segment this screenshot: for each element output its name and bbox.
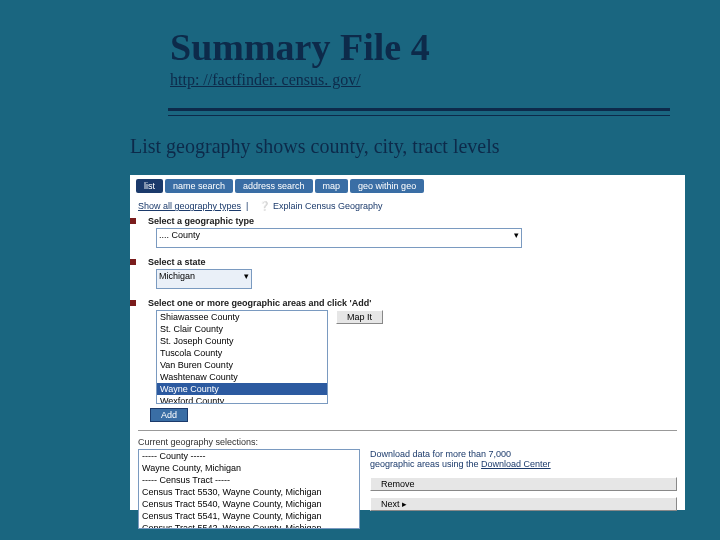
download-note: Download data for more than 7,000 geogra…: [370, 449, 677, 469]
list-item[interactable]: Washtenaw County: [157, 371, 327, 383]
toolbar-links: Show all geography types | ❔ Explain Cen…: [130, 197, 685, 213]
state-select[interactable]: Michigan ▾: [156, 269, 252, 289]
help-icon[interactable]: ❔ Explain Census Geography: [259, 201, 382, 211]
map-it-button[interactable]: Map It: [336, 310, 383, 324]
divider: [138, 430, 677, 431]
tab-list[interactable]: list: [136, 179, 163, 193]
list-item[interactable]: Van Buren County: [157, 359, 327, 371]
selections-listbox[interactable]: ----- County -----Wayne County, Michigan…: [138, 449, 360, 529]
list-item[interactable]: Census Tract 5542, Wayne County, Michiga…: [139, 522, 359, 529]
label-select-areas: Select one or more geographic areas and …: [148, 298, 371, 308]
list-item[interactable]: Census Tract 5540, Wayne County, Michiga…: [139, 498, 359, 510]
bullet-icon: [130, 218, 136, 224]
show-all-link[interactable]: Show all geography types: [138, 201, 241, 211]
factfinder-panel: list name search address search map geo …: [130, 175, 685, 510]
label-selections: Current geography selections:: [130, 437, 685, 447]
list-item[interactable]: ----- Census Tract -----: [139, 474, 359, 486]
page-title: Summary File 4: [170, 25, 660, 69]
next-button[interactable]: Next ▸: [370, 497, 677, 511]
tab-address-search[interactable]: address search: [235, 179, 313, 193]
chevron-down-icon: ▾: [514, 230, 519, 240]
list-item[interactable]: ----- County -----: [139, 450, 359, 462]
add-button[interactable]: Add: [150, 408, 188, 422]
label-state: Select a state: [148, 257, 206, 267]
bullet-icon: [130, 300, 136, 306]
source-link[interactable]: http: //factfinder. census. gov/: [170, 71, 660, 89]
remove-button[interactable]: Remove: [370, 477, 677, 491]
list-item[interactable]: Wayne County: [157, 383, 327, 395]
explain-link[interactable]: Explain Census Geography: [273, 201, 383, 211]
list-item[interactable]: St. Joseph County: [157, 335, 327, 347]
tab-name-search[interactable]: name search: [165, 179, 233, 193]
list-item[interactable]: Shiawassee County: [157, 311, 327, 323]
chevron-down-icon: ▾: [244, 271, 249, 281]
list-item[interactable]: Wexford County: [157, 395, 327, 404]
divider: [168, 115, 670, 116]
download-center-link[interactable]: Download Center: [481, 459, 551, 469]
geo-type-select[interactable]: .... County ▾: [156, 228, 522, 248]
list-item[interactable]: Census Tract 5541, Wayne County, Michiga…: [139, 510, 359, 522]
bullet-icon: [130, 259, 136, 265]
county-listbox[interactable]: Shiawassee CountySt. Clair CountySt. Jos…: [156, 310, 328, 404]
list-item[interactable]: Census Tract 5530, Wayne County, Michiga…: [139, 486, 359, 498]
list-item[interactable]: St. Clair County: [157, 323, 327, 335]
tab-geo-within-geo[interactable]: geo within geo: [350, 179, 424, 193]
label-geo-type: Select a geographic type: [148, 216, 254, 226]
list-item[interactable]: Tuscola County: [157, 347, 327, 359]
list-item[interactable]: Wayne County, Michigan: [139, 462, 359, 474]
tab-bar: list name search address search map geo …: [130, 175, 685, 197]
divider: [168, 108, 670, 111]
tab-map[interactable]: map: [315, 179, 349, 193]
description: List geography shows county, city, tract…: [130, 135, 690, 158]
